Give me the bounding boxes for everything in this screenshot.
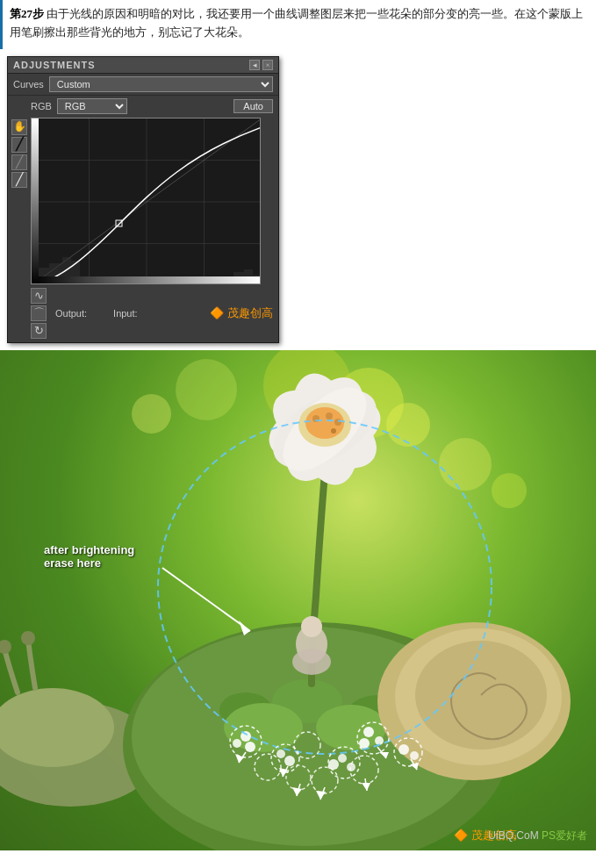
curves-graph [31, 118, 261, 284]
watermark-text-3: PS爱好者 [542, 829, 587, 842]
curve-point-tool[interactable]: ⌒ [31, 305, 47, 321]
svg-point-44 [301, 616, 322, 637]
svg-point-41 [331, 428, 336, 434]
output-label: Output: [55, 308, 87, 319]
svg-point-57 [410, 751, 419, 760]
panel-header: ADJUSTMENTS ◂ × [8, 57, 278, 74]
watermark-text-2: UiBQ.CoM [488, 829, 538, 842]
svg-point-43 [292, 649, 331, 675]
step-text: 第27步 由于光线的原因和明暗的对比，我还要用一个曲线调整图层来把一些花朵的部分… [10, 5, 589, 42]
step-number: 第27步 [10, 7, 44, 20]
eyedropper-gray[interactable]: ╱ [11, 154, 27, 170]
svg-point-25 [316, 705, 386, 750]
svg-point-17 [0, 640, 11, 654]
curves-preset-dropdown[interactable]: Custom [49, 76, 273, 92]
annotation-line2: erase here [44, 556, 101, 570]
panel-watermark: 🔶 茂趣创高 [210, 305, 273, 321]
left-tools: ✋ ╱ ╱ ╱ [11, 118, 27, 284]
svg-point-48 [363, 727, 374, 737]
hand-tool[interactable]: ✋ [11, 119, 27, 135]
auto-button[interactable]: Auto [233, 99, 273, 113]
rgb-channel-dropdown[interactable]: RGB [57, 98, 127, 114]
svg-point-51 [276, 750, 285, 758]
svg-point-47 [245, 742, 255, 752]
svg-point-52 [284, 756, 295, 766]
eyedropper-white[interactable]: ╱ [11, 172, 27, 188]
svg-point-18 [21, 631, 35, 645]
input-label: Input: [113, 308, 138, 319]
rgb-label: RGB [31, 101, 52, 111]
reset-tool[interactable]: ↻ [31, 323, 47, 339]
panel-controls: ◂ × [249, 60, 273, 70]
svg-point-53 [338, 754, 347, 763]
svg-point-49 [375, 736, 384, 745]
main-image: after brightening erase here 🔶 茂趣创高 UiBQ… [0, 350, 596, 850]
watermark-text: 茂趣创高 [227, 306, 273, 319]
output-input-area: Output: Input: [55, 308, 206, 319]
rgb-auto-row: RGB RGB Auto [8, 96, 278, 116]
panel-close-btn[interactable]: × [262, 60, 273, 70]
curves-svg [32, 118, 261, 284]
bottom-left-tools: ∿ ⌒ ↻ [31, 288, 47, 339]
svg-point-56 [399, 744, 409, 755]
step-section: 第27步 由于光线的原因和明暗的对比，我还要用一个曲线调整图层来把一些花朵的部分… [0, 0, 596, 49]
curve-smooth-tool[interactable]: ∿ [31, 288, 47, 304]
scene-svg [0, 350, 596, 850]
adjustments-panel: ADJUSTMENTS ◂ × Curves Custom RGB RGB Au… [7, 56, 279, 343]
gradient-bar-y [32, 118, 39, 284]
panel-title: ADJUSTMENTS [13, 60, 96, 70]
svg-point-46 [233, 739, 241, 748]
watermark-2: UiBQ.CoM PS爱好者 [488, 829, 587, 843]
svg-point-39 [326, 412, 333, 420]
step-description: 由于光线的原因和明暗的对比，我还要用一个曲线调整图层来把一些花朵的部分变的亮一些… [10, 7, 583, 39]
annotation-line1: after brightening [44, 543, 134, 556]
eyedropper-black[interactable]: ╱ [11, 137, 27, 153]
snail-scene: after brightening erase here 🔶 茂趣创高 UiBQ… [0, 350, 596, 850]
gradient-bar-x [32, 276, 260, 283]
curves-row: Curves Custom [8, 74, 278, 96]
panel-collapse-btn[interactable]: ◂ [249, 60, 260, 70]
bottom-row: ∿ ⌒ ↻ Output: Input: 🔶 茂趣创高 [8, 286, 278, 342]
curves-area: ✋ ╱ ╱ ╱ [8, 116, 278, 286]
annotation-text: after brightening erase here [44, 543, 134, 570]
svg-point-40 [334, 419, 341, 426]
svg-line-69 [162, 568, 250, 631]
curves-label: Curves [13, 79, 44, 90]
